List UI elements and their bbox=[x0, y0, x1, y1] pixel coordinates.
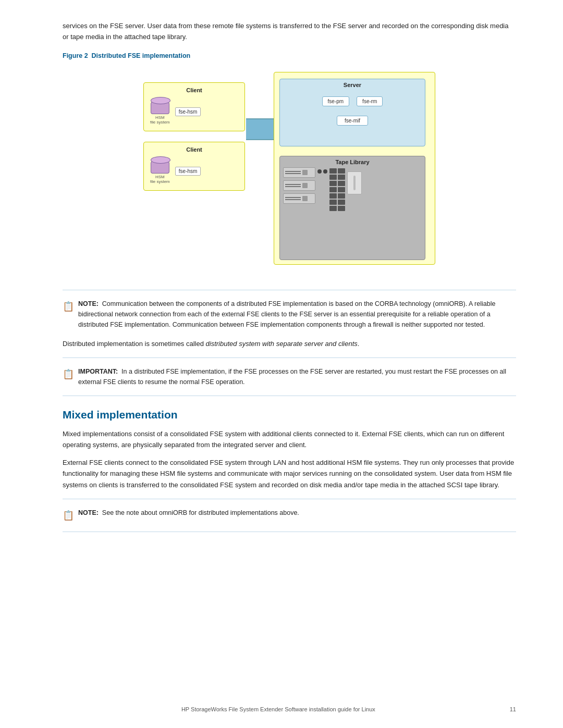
divider-5 bbox=[63, 532, 516, 532]
footer-text: HP StorageWorks File System Extender Sof… bbox=[47, 706, 510, 712]
slot bbox=[329, 175, 337, 180]
mixed-impl-para2: External FSE clients connect to the cons… bbox=[63, 457, 516, 490]
client-box-2: Client HSMfile system fse-hsm bbox=[143, 142, 245, 191]
drive-btn-1 bbox=[302, 170, 308, 175]
d-line bbox=[285, 173, 301, 174]
tape-label: Tape Library bbox=[280, 156, 425, 165]
tape-loader bbox=[347, 171, 362, 194]
slot-row-5 bbox=[329, 193, 345, 199]
italic-note-text1: Distributed implementation is sometimes … bbox=[63, 340, 206, 348]
note-text-1: NOTE: Communication between the componen… bbox=[78, 299, 516, 330]
drive-btn-2 bbox=[302, 183, 308, 188]
d-line bbox=[285, 184, 301, 185]
client2-inner: HSMfile system fse-hsm bbox=[148, 157, 240, 186]
slot bbox=[338, 187, 345, 192]
clients-area: Client HSMfile system fse-hsm bbox=[143, 82, 245, 201]
slot bbox=[329, 193, 337, 199]
server-row2: fse-mif bbox=[280, 110, 425, 126]
hsm-cylinder-1 bbox=[151, 100, 169, 114]
slot-row-6 bbox=[329, 200, 345, 205]
italic-note-italic: distributed system with separate server … bbox=[206, 340, 358, 348]
hsm-text-2: HSMfile system bbox=[150, 175, 170, 184]
note-box-2: 📋 NOTE: See the note about omniORB for d… bbox=[63, 508, 516, 523]
slot-row-1 bbox=[329, 168, 345, 174]
note2-label: NOTE: bbox=[78, 509, 99, 516]
important-label: IMPORTANT: bbox=[78, 368, 118, 375]
fse-hsm-2: fse-hsm bbox=[175, 167, 201, 176]
dot bbox=[317, 169, 322, 174]
slot bbox=[338, 181, 345, 186]
tape-library-box: Tape Library bbox=[279, 156, 425, 260]
slot bbox=[329, 181, 337, 186]
loader-stripe bbox=[353, 176, 356, 190]
drive-lines-1 bbox=[285, 171, 301, 174]
tape-drive-2 bbox=[283, 180, 315, 191]
slot bbox=[329, 187, 337, 192]
hsm-icon-2: HSMfile system bbox=[150, 159, 170, 184]
client-box-1: Client HSMfile system fse-hsm bbox=[143, 82, 245, 131]
figure-title: Distributed FSE implementation bbox=[92, 52, 191, 59]
note-icon-1: 📋 bbox=[63, 299, 74, 330]
drive-lines-2 bbox=[285, 184, 301, 187]
d-line bbox=[285, 186, 301, 187]
process-mif: fse-mif bbox=[337, 116, 368, 126]
slot bbox=[329, 200, 337, 205]
italic-note-paragraph: Distributed implementation is sometimes … bbox=[63, 338, 516, 349]
yellow-outer-box: Server fse-pm fse-rm fse-mif Tape Librar… bbox=[274, 72, 435, 265]
slot bbox=[338, 200, 345, 205]
figure-label: Figure 2 bbox=[63, 52, 88, 59]
mixed-implementation-heading: Mixed implementation bbox=[63, 409, 516, 421]
tape-visual bbox=[280, 165, 425, 213]
important-text: IMPORTANT: In a distributed FSE implemen… bbox=[78, 366, 516, 387]
note2-content: See the note about omniORB for distribut… bbox=[102, 509, 299, 516]
process-pm: fse-pm bbox=[322, 96, 350, 106]
divider-3 bbox=[63, 396, 516, 396]
hsm-cylinder-2 bbox=[151, 159, 169, 174]
note1-label: NOTE: bbox=[78, 300, 99, 307]
important-icon: 📋 bbox=[63, 367, 74, 387]
tape-drives-col bbox=[283, 167, 315, 211]
figure-caption: Figure 2 Distributed FSE implementation bbox=[63, 52, 516, 59]
footer-page: 11 bbox=[510, 706, 516, 712]
diagram-container: Client HSMfile system fse-hsm bbox=[63, 67, 516, 275]
slot-row-7 bbox=[329, 206, 345, 211]
hsm-icon-1: HSMfile system bbox=[150, 100, 170, 125]
slot bbox=[329, 206, 337, 211]
slot bbox=[338, 175, 345, 180]
divider-1 bbox=[63, 290, 516, 290]
note-icon-2: 📋 bbox=[63, 508, 74, 523]
client2-label: Client bbox=[148, 146, 240, 153]
slot bbox=[338, 206, 345, 211]
slot-row-3 bbox=[329, 181, 345, 186]
slot-row-2 bbox=[329, 175, 345, 180]
tape-slots-col bbox=[329, 167, 345, 211]
important-box: 📋 IMPORTANT: In a distributed FSE implem… bbox=[63, 366, 516, 387]
slot-row-4 bbox=[329, 187, 345, 192]
server-box: Server fse-pm fse-rm fse-mif bbox=[279, 79, 425, 146]
tape-dots-col bbox=[317, 167, 327, 211]
important-content: In a distributed FSE implementation, if … bbox=[78, 368, 506, 386]
italic-note-text2: . bbox=[358, 340, 360, 348]
note-box-1: 📋 NOTE: Communication between the compon… bbox=[63, 299, 516, 330]
page-footer: HP StorageWorks File System Extender Sof… bbox=[0, 706, 563, 712]
d-line bbox=[285, 197, 301, 198]
client1-label: Client bbox=[148, 87, 240, 93]
dot bbox=[323, 169, 327, 174]
tape-drive-3 bbox=[283, 193, 315, 204]
dot-pair-1 bbox=[317, 169, 327, 174]
divider-4 bbox=[63, 499, 516, 499]
server-label: Server bbox=[280, 79, 425, 88]
slot bbox=[329, 168, 337, 174]
divider-2 bbox=[63, 357, 516, 358]
tape-drive-1 bbox=[283, 167, 315, 178]
slot bbox=[338, 168, 345, 174]
drive-btn-3 bbox=[302, 196, 308, 201]
process-row-1: fse-pm fse-rm bbox=[280, 96, 425, 106]
fse-diagram: Client HSMfile system fse-hsm bbox=[143, 67, 435, 275]
fse-hsm-1: fse-hsm bbox=[175, 107, 201, 116]
mixed-impl-para1: Mixed implementations consist of a conso… bbox=[63, 428, 516, 451]
note1-content: Communication between the components of … bbox=[78, 300, 495, 328]
slot bbox=[338, 193, 345, 199]
hsm-text-1: HSMfile system bbox=[150, 115, 170, 125]
note-text-2: NOTE: See the note about omniORB for dis… bbox=[78, 508, 299, 523]
